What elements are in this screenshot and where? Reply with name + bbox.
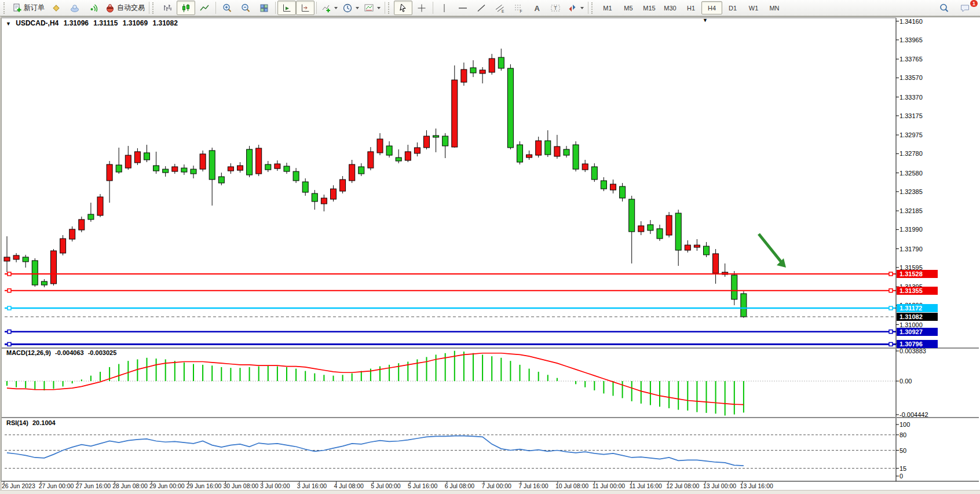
candle (713, 254, 719, 273)
date-tick: 5 Jul 16:00 (408, 482, 437, 489)
candle (704, 246, 710, 255)
search-button[interactable] (935, 1, 953, 15)
templates-button[interactable] (361, 1, 383, 15)
candle (638, 226, 644, 232)
candle (125, 155, 131, 168)
candle (41, 281, 47, 285)
price-tag-1.31082: 1.31082 (897, 313, 938, 321)
hline-handle[interactable] (889, 306, 893, 310)
zoom-in-button[interactable] (218, 1, 236, 15)
price-chart-canvas[interactable] (0, 0, 980, 494)
tf-m15-label: M15 (643, 5, 655, 12)
date-tick: 29 Jun 16:00 (187, 482, 222, 489)
new-order-button[interactable]: 新订单 (9, 1, 47, 15)
tf-h1[interactable]: H1 (681, 1, 701, 14)
hline-handle[interactable] (8, 306, 11, 310)
candle (23, 257, 28, 262)
tf-m1[interactable]: M1 (597, 1, 618, 14)
date-tick: 12 Jul 08:00 (666, 482, 699, 489)
candle (134, 152, 140, 163)
profile-button[interactable] (65, 1, 84, 15)
signals-button[interactable] (84, 1, 103, 15)
tf-w1[interactable]: W1 (743, 1, 764, 14)
hline-handle[interactable] (8, 330, 11, 334)
dropdown-caret-icon[interactable] (580, 7, 584, 9)
symbol-dropdown-button[interactable]: ▼ (6, 21, 11, 27)
toolbar-separator (385, 2, 385, 14)
zoom-out-button[interactable] (236, 1, 255, 15)
price-tag-1.31528: 1.31528 (897, 270, 938, 278)
chart-shift-button[interactable] (296, 1, 315, 15)
channel-button[interactable]: E (491, 1, 509, 15)
hline-handle[interactable] (8, 289, 11, 292)
candle (13, 255, 19, 259)
tf-d1[interactable]: D1 (722, 1, 743, 14)
candle (181, 168, 187, 172)
trendline-icon (476, 3, 487, 13)
line-chart-button[interactable] (195, 1, 214, 15)
autoscroll-button[interactable] (277, 1, 296, 15)
toolbar-grip-handle[interactable] (388, 2, 392, 14)
open-value: 1.31096 (64, 19, 89, 27)
candle (349, 164, 355, 181)
tf-m15[interactable]: M15 (639, 1, 660, 14)
arrow-annotation[interactable] (759, 234, 782, 264)
autotrade-button[interactable]: 自动交易 (103, 1, 147, 15)
candle (526, 155, 532, 158)
date-tick: 6 Jul 08:00 (445, 482, 474, 489)
fibo-icon: F (513, 3, 524, 13)
horizontal-line-button[interactable] (454, 1, 472, 15)
main-toolbar: 新订单自动交易EFATM1M5M15M30H1H4D1W1MN1 (0, 0, 980, 16)
text-button[interactable]: A (528, 1, 546, 15)
diamond-icon (51, 3, 61, 13)
hline-handle[interactable] (8, 342, 11, 346)
toolbar-grip-handle[interactable] (591, 2, 595, 14)
arrows-button[interactable] (565, 1, 586, 15)
symbol-label: USDCAD-,H4 (16, 19, 58, 27)
quotes-button[interactable] (47, 1, 65, 15)
candle (582, 164, 588, 170)
trendline-button[interactable] (472, 1, 491, 15)
autotrade-icon (105, 3, 115, 13)
hline-handle[interactable] (8, 272, 11, 276)
tf-w1-label: W1 (749, 5, 759, 12)
dropdown-caret-icon[interactable] (356, 7, 359, 9)
cloud-icon (70, 3, 80, 13)
price-tick: 1.33765 (899, 56, 923, 63)
toolbar-grip-handle[interactable] (152, 2, 156, 14)
dropdown-caret-icon[interactable] (377, 7, 381, 9)
hline-handle[interactable] (889, 289, 893, 292)
bar-chart-button[interactable] (158, 1, 177, 15)
price-tick: 1.33965 (899, 36, 923, 43)
hline-handle[interactable] (889, 342, 893, 346)
candle (88, 214, 94, 219)
notification-badge: 1 (970, 0, 978, 7)
indicators-button[interactable] (319, 1, 340, 15)
candle (265, 164, 271, 170)
label-button[interactable]: T (546, 1, 565, 15)
candle (228, 167, 233, 171)
tf-m30[interactable]: M30 (660, 1, 681, 14)
tile-windows-button[interactable] (255, 1, 273, 15)
tf-mn[interactable]: MN (764, 1, 785, 14)
candle (433, 136, 439, 137)
rsi-scale-tick: 80 (899, 431, 906, 438)
dropdown-caret-icon[interactable] (334, 7, 338, 9)
tf-h4[interactable]: H4 (701, 1, 722, 14)
vertical-line-button[interactable] (435, 1, 454, 15)
fibonacci-button[interactable]: F (509, 1, 528, 15)
candle-chart-button[interactable] (177, 1, 195, 15)
candle (461, 69, 467, 82)
candle (312, 193, 317, 202)
scroll-to-end-marker[interactable]: ▼ (703, 17, 708, 23)
tf-m5[interactable]: M5 (618, 1, 639, 14)
hline-handle[interactable] (889, 330, 893, 334)
toolbar-grip-handle[interactable] (3, 2, 7, 14)
cursor-button[interactable] (394, 1, 412, 15)
chat-button[interactable]: 1 (956, 1, 974, 15)
crosshair-button[interactable] (412, 1, 431, 15)
hline-handle[interactable] (889, 272, 893, 276)
periods-button[interactable] (340, 1, 361, 15)
zoom-in-icon (222, 3, 232, 13)
text-icon: A (532, 3, 542, 13)
